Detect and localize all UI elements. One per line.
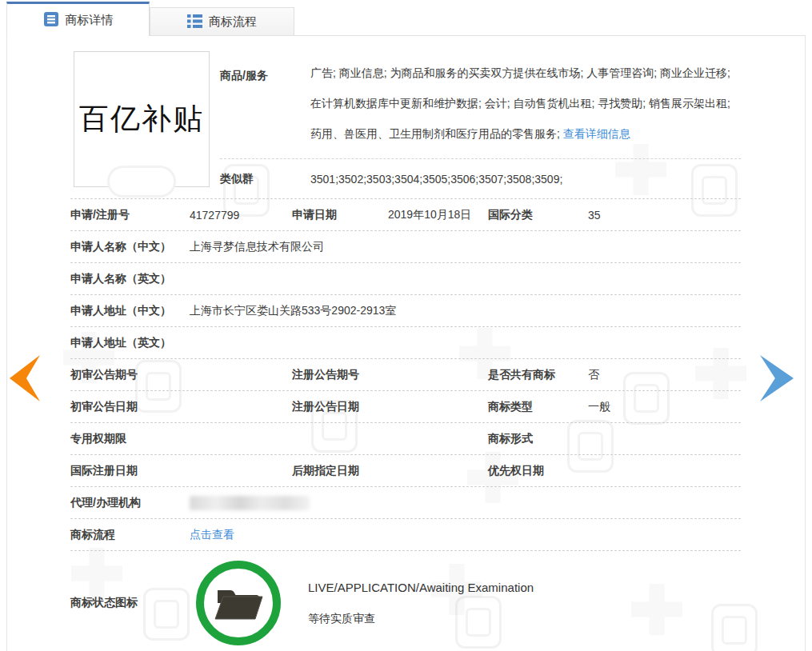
detail-list-icon — [43, 11, 59, 30]
detail-table: 申请/注册号 41727799 申请日期 2019年10月18日 国际分类 35… — [70, 199, 741, 651]
field-label: 商标类型 — [488, 400, 588, 414]
field-value: 否 — [588, 368, 741, 382]
table-row-agency: 代理/办理机构 — [70, 487, 741, 519]
field-label: 申请/注册号 — [70, 208, 190, 222]
field-value: 2019年10月18日 — [388, 208, 488, 222]
table-row-status: 商标状态图标 LIVE/APPLICATION/Awaiting Examina… — [70, 551, 741, 651]
field-label: 后期指定日期 — [292, 464, 388, 478]
field-label: 初审公告期号 — [70, 368, 190, 382]
tab-label: 商标详情 — [66, 13, 114, 28]
table-row: 申请/注册号 41727799 申请日期 2019年10月18日 国际分类 35 — [70, 199, 741, 231]
table-row: 申请人名称（中文） 上海寻梦信息技术有限公司 — [70, 231, 741, 263]
field-label: 商标流程 — [70, 528, 190, 542]
table-row: 申请人地址（中文） 上海市长宁区娄山关路533号2902-2913室 — [70, 295, 741, 327]
trademark-image: 百亿补贴 — [74, 51, 210, 187]
field-label: 优先权日期 — [488, 464, 588, 478]
table-row: 专用权期限 商标形式 — [70, 423, 741, 455]
process-list-icon — [187, 14, 202, 30]
field-label: 申请日期 — [292, 208, 388, 222]
field-label: 国际注册日期 — [70, 464, 190, 478]
status-folder-icon — [194, 558, 283, 648]
similar-group-value: 3501;3502;3503;3504;3505;3506;3507;3508;… — [310, 173, 741, 186]
similar-group-label: 类似群 — [220, 172, 310, 186]
tab-bar: 商标详情 商标流程 — [6, 2, 806, 36]
field-label: 注册公告日期 — [292, 400, 388, 414]
field-label: 初审公告日期 — [70, 400, 190, 414]
table-row: 国际注册日期 后期指定日期 优先权日期 — [70, 455, 741, 487]
field-value: 点击查看 — [190, 528, 741, 542]
field-value: 一般 — [588, 400, 741, 414]
field-label: 申请人地址（英文） — [70, 336, 190, 350]
field-label: 商标形式 — [488, 432, 588, 446]
goods-services-text: 广告; 商业信息; 为商品和服务的买卖双方提供在线市场; 人事管理咨询; 商业企… — [310, 58, 741, 149]
status-text-cn: 等待实质审查 — [308, 612, 534, 626]
table-row: 初审公告期号 注册公告期号 是否共有商标 否 — [70, 359, 741, 391]
field-value: 上海市长宁区娄山关路533号2902-2913室 — [190, 304, 741, 318]
trademark-name: 百亿补贴 — [79, 99, 204, 139]
tab-trademark-detail[interactable]: 商标详情 — [6, 2, 150, 36]
table-row: 申请人名称（英文） — [70, 263, 741, 295]
field-label: 国际分类 — [488, 208, 588, 222]
tab-label: 商标流程 — [209, 14, 257, 30]
field-label: 申请人名称（英文） — [70, 272, 190, 286]
click-to-view-link[interactable]: 点击查看 — [190, 528, 234, 541]
field-label: 商标状态图标 — [70, 596, 190, 610]
field-label: 申请人名称（中文） — [70, 240, 190, 254]
field-value: 上海寻梦信息技术有限公司 — [190, 240, 741, 254]
table-row: 初审公告日期 注册公告日期 商标类型 一般 — [70, 391, 741, 423]
field-label: 申请人地址（中文） — [70, 304, 190, 318]
trademark-detail-page: 商标详情 商标流程 — [0, 0, 812, 651]
field-value — [190, 496, 741, 510]
tab-trademark-process[interactable]: 商标流程 — [150, 7, 294, 36]
field-value: 35 — [588, 209, 741, 222]
trademark-summary-section: 百亿补贴 商品/服务 广告; 商业信息; 为商品和服务的买卖双方提供在线市场; … — [70, 51, 741, 199]
trademark-image-watermark — [107, 166, 176, 198]
table-row: 申请人地址（英文） — [70, 327, 741, 359]
table-row-process: 商标流程 点击查看 — [70, 519, 741, 551]
field-value: 41727799 — [190, 209, 292, 222]
status-text-en: LIVE/APPLICATION/Awaiting Examination — [308, 581, 534, 594]
field-label: 是否共有商标 — [488, 368, 588, 382]
detail-panel: 百亿补贴 商品/服务 广告; 商业信息; 为商品和服务的买卖双方提供在线市场; … — [6, 36, 806, 651]
field-label: 代理/办理机构 — [70, 496, 190, 510]
view-detail-link[interactable]: 查看详细信息 — [563, 127, 630, 140]
goods-services-label: 商品/服务 — [220, 58, 310, 149]
agency-name-redacted — [190, 496, 310, 510]
field-label: 专用权期限 — [70, 432, 190, 446]
field-label: 注册公告期号 — [292, 368, 388, 382]
